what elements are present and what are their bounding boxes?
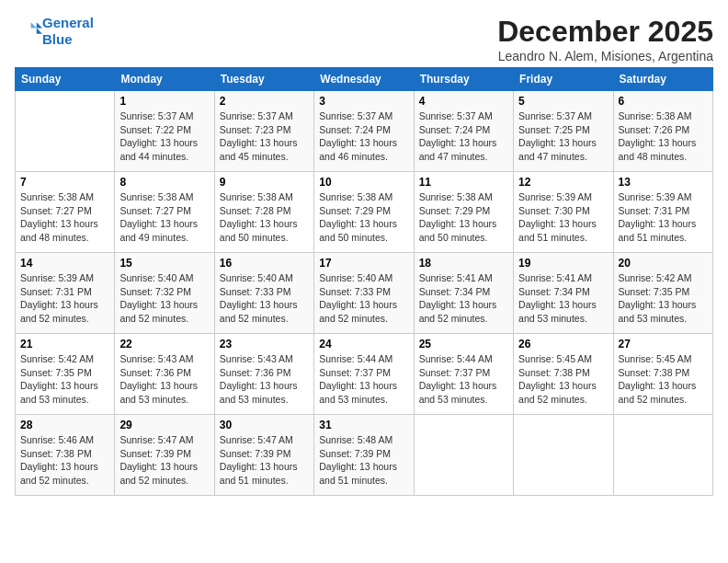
day-number: 13 (619, 176, 708, 189)
day-number: 25 (419, 338, 508, 350)
cell-content: Sunrise: 5:37 AM Sunset: 7:24 PM Dayligh… (319, 109, 408, 164)
day-number: 31 (319, 419, 408, 431)
cell-content: Sunrise: 5:39 AM Sunset: 7:30 PM Dayligh… (518, 190, 608, 245)
day-number: 11 (419, 176, 508, 189)
cell-content: Sunrise: 5:43 AM Sunset: 7:36 PM Dayligh… (220, 352, 309, 407)
calendar-cell: 29Sunrise: 5:47 AM Sunset: 7:39 PM Dayli… (115, 415, 214, 496)
calendar-table: SundayMondayTuesdayWednesdayThursdayFrid… (15, 67, 713, 496)
day-number: 28 (20, 419, 109, 431)
calendar-cell: 15Sunrise: 5:40 AM Sunset: 7:32 PM Dayli… (115, 253, 214, 334)
cell-content: Sunrise: 5:47 AM Sunset: 7:39 PM Dayligh… (220, 433, 309, 488)
header-cell-tuesday: Tuesday (214, 68, 313, 91)
calendar-cell (514, 415, 613, 496)
calendar-cell: 11Sunrise: 5:38 AM Sunset: 7:29 PM Dayli… (414, 172, 513, 253)
calendar-cell (613, 415, 712, 496)
logo: General Blue (15, 15, 94, 48)
day-number: 14 (20, 257, 109, 270)
calendar-header: SundayMondayTuesdayWednesdayThursdayFrid… (16, 68, 713, 91)
header-cell-sunday: Sunday (16, 68, 115, 91)
location-subtitle: Leandro N. Alem, Misiones, Argentina (497, 49, 713, 63)
header-row: SundayMondayTuesdayWednesdayThursdayFrid… (16, 68, 713, 91)
cell-content: Sunrise: 5:40 AM Sunset: 7:33 PM Dayligh… (220, 271, 309, 326)
calendar-cell: 22Sunrise: 5:43 AM Sunset: 7:36 PM Dayli… (115, 334, 214, 415)
calendar-cell: 20Sunrise: 5:42 AM Sunset: 7:35 PM Dayli… (613, 253, 712, 334)
cell-content: Sunrise: 5:48 AM Sunset: 7:39 PM Dayligh… (319, 433, 408, 488)
cell-content: Sunrise: 5:40 AM Sunset: 7:32 PM Dayligh… (119, 271, 209, 326)
day-number: 5 (518, 95, 608, 108)
logo-line1: General (42, 15, 94, 30)
calendar-cell: 17Sunrise: 5:40 AM Sunset: 7:33 PM Dayli… (314, 253, 414, 334)
cell-content: Sunrise: 5:45 AM Sunset: 7:38 PM Dayligh… (619, 352, 708, 407)
header-cell-friday: Friday (514, 68, 613, 91)
calendar-cell: 31Sunrise: 5:48 AM Sunset: 7:39 PM Dayli… (314, 415, 414, 496)
header-cell-monday: Monday (115, 68, 214, 91)
calendar-cell: 25Sunrise: 5:44 AM Sunset: 7:37 PM Dayli… (414, 334, 513, 415)
logo-line2: Blue (42, 31, 73, 47)
day-number: 12 (518, 176, 608, 189)
calendar-cell: 5Sunrise: 5:37 AM Sunset: 7:25 PM Daylig… (514, 91, 613, 172)
calendar-cell: 23Sunrise: 5:43 AM Sunset: 7:36 PM Dayli… (214, 334, 313, 415)
day-number: 4 (419, 95, 508, 108)
day-number: 3 (319, 95, 408, 108)
day-number: 9 (220, 176, 309, 189)
day-number: 17 (319, 257, 408, 270)
cell-content: Sunrise: 5:37 AM Sunset: 7:23 PM Dayligh… (220, 109, 309, 164)
cell-content: Sunrise: 5:42 AM Sunset: 7:35 PM Dayligh… (20, 352, 109, 407)
calendar-cell: 8Sunrise: 5:38 AM Sunset: 7:27 PM Daylig… (115, 172, 214, 253)
cell-content: Sunrise: 5:38 AM Sunset: 7:26 PM Dayligh… (619, 109, 708, 164)
cell-content: Sunrise: 5:46 AM Sunset: 7:38 PM Dayligh… (20, 433, 109, 488)
cell-content: Sunrise: 5:38 AM Sunset: 7:28 PM Dayligh… (220, 190, 309, 245)
cell-content: Sunrise: 5:37 AM Sunset: 7:25 PM Dayligh… (518, 109, 608, 164)
calendar-cell: 2Sunrise: 5:37 AM Sunset: 7:23 PM Daylig… (214, 91, 313, 172)
calendar-cell (16, 91, 115, 172)
cell-content: Sunrise: 5:45 AM Sunset: 7:38 PM Dayligh… (518, 352, 608, 407)
cell-content: Sunrise: 5:39 AM Sunset: 7:31 PM Dayligh… (20, 271, 109, 326)
cell-content: Sunrise: 5:47 AM Sunset: 7:39 PM Dayligh… (119, 433, 209, 488)
calendar-cell: 26Sunrise: 5:45 AM Sunset: 7:38 PM Dayli… (514, 334, 613, 415)
svg-marker-2 (31, 22, 37, 28)
day-number: 19 (518, 257, 608, 270)
calendar-cell: 14Sunrise: 5:39 AM Sunset: 7:31 PM Dayli… (16, 253, 115, 334)
header-cell-saturday: Saturday (613, 68, 712, 91)
day-number: 27 (619, 338, 708, 350)
calendar-cell: 16Sunrise: 5:40 AM Sunset: 7:33 PM Dayli… (214, 253, 313, 334)
day-number: 21 (20, 338, 109, 350)
logo-icon (17, 17, 42, 42)
day-number: 29 (119, 419, 209, 431)
cell-content: Sunrise: 5:41 AM Sunset: 7:34 PM Dayligh… (518, 271, 608, 326)
cell-content: Sunrise: 5:44 AM Sunset: 7:37 PM Dayligh… (319, 352, 408, 407)
cell-content: Sunrise: 5:41 AM Sunset: 7:34 PM Dayligh… (419, 271, 508, 326)
calendar-cell: 10Sunrise: 5:38 AM Sunset: 7:29 PM Dayli… (314, 172, 414, 253)
cell-content: Sunrise: 5:38 AM Sunset: 7:29 PM Dayligh… (319, 190, 408, 245)
calendar-cell: 1Sunrise: 5:37 AM Sunset: 7:22 PM Daylig… (115, 91, 214, 172)
calendar-cell: 7Sunrise: 5:38 AM Sunset: 7:27 PM Daylig… (16, 172, 115, 253)
calendar-cell: 24Sunrise: 5:44 AM Sunset: 7:37 PM Dayli… (314, 334, 414, 415)
week-row-4: 21Sunrise: 5:42 AM Sunset: 7:35 PM Dayli… (16, 334, 713, 415)
title-block: December 2025 Leandro N. Alem, Misiones,… (497, 15, 713, 63)
cell-content: Sunrise: 5:38 AM Sunset: 7:29 PM Dayligh… (419, 190, 508, 245)
calendar-cell: 18Sunrise: 5:41 AM Sunset: 7:34 PM Dayli… (414, 253, 513, 334)
cell-content: Sunrise: 5:38 AM Sunset: 7:27 PM Dayligh… (119, 190, 209, 245)
cell-content: Sunrise: 5:43 AM Sunset: 7:36 PM Dayligh… (119, 352, 209, 407)
calendar-cell: 12Sunrise: 5:39 AM Sunset: 7:30 PM Dayli… (514, 172, 613, 253)
week-row-3: 14Sunrise: 5:39 AM Sunset: 7:31 PM Dayli… (16, 253, 713, 334)
logo-text: General Blue (42, 15, 94, 48)
day-number: 10 (319, 176, 408, 189)
header-cell-thursday: Thursday (414, 68, 513, 91)
week-row-1: 1Sunrise: 5:37 AM Sunset: 7:22 PM Daylig… (16, 91, 713, 172)
calendar-cell: 19Sunrise: 5:41 AM Sunset: 7:34 PM Dayli… (514, 253, 613, 334)
calendar-cell (414, 415, 513, 496)
day-number: 2 (220, 95, 309, 108)
day-number: 24 (319, 338, 408, 350)
header-cell-wednesday: Wednesday (314, 68, 414, 91)
calendar-cell: 28Sunrise: 5:46 AM Sunset: 7:38 PM Dayli… (16, 415, 115, 496)
cell-content: Sunrise: 5:37 AM Sunset: 7:24 PM Dayligh… (419, 109, 508, 164)
calendar-cell: 6Sunrise: 5:38 AM Sunset: 7:26 PM Daylig… (613, 91, 712, 172)
calendar-cell: 27Sunrise: 5:45 AM Sunset: 7:38 PM Dayli… (613, 334, 712, 415)
day-number: 22 (119, 338, 209, 350)
cell-content: Sunrise: 5:37 AM Sunset: 7:22 PM Dayligh… (119, 109, 209, 164)
cell-content: Sunrise: 5:42 AM Sunset: 7:35 PM Dayligh… (619, 271, 708, 326)
calendar-cell: 9Sunrise: 5:38 AM Sunset: 7:28 PM Daylig… (214, 172, 313, 253)
week-row-5: 28Sunrise: 5:46 AM Sunset: 7:38 PM Dayli… (16, 415, 713, 496)
day-number: 18 (419, 257, 508, 270)
